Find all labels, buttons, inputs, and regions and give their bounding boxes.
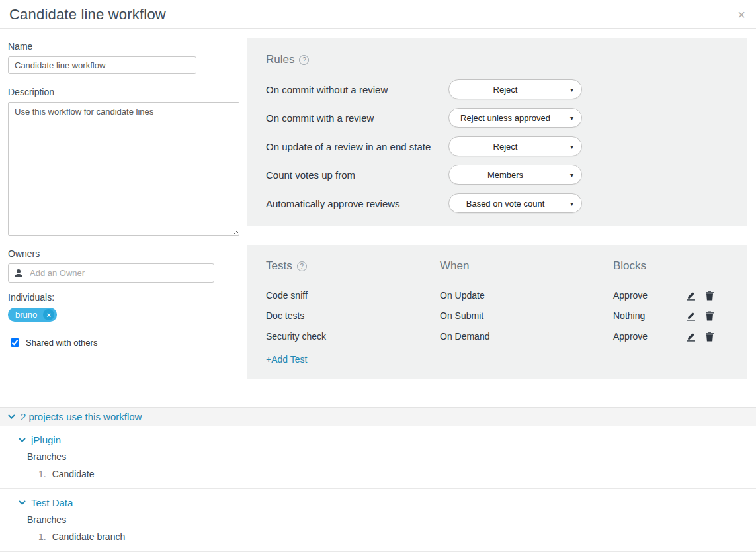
project-head[interactable]: jPlugin [19, 434, 747, 445]
remove-tag-icon[interactable]: × [43, 309, 54, 320]
table-row: Security check On Demand Approve [266, 331, 728, 342]
dropdown-value: Reject unless approved [449, 109, 562, 127]
shared-checkbox-label: Shared with others [26, 338, 97, 348]
branch-name: Candidate [52, 469, 95, 479]
close-icon[interactable]: × [737, 8, 745, 21]
projects-summary-bar[interactable]: 2 projects use this workflow [0, 407, 756, 426]
rule-label: On commit with a review [266, 113, 448, 124]
chevron-down-icon[interactable]: ▾ [562, 137, 581, 156]
chevron-down-icon [19, 500, 26, 506]
rule-dropdown-count-votes[interactable]: Members ▾ [448, 165, 582, 185]
chevron-down-icon[interactable]: ▾ [562, 194, 581, 212]
description-label: Description [8, 87, 247, 97]
owners-label: Owners [8, 248, 247, 259]
table-row: Doc tests On Submit Nothing [266, 310, 728, 321]
rule-label: On commit without a review [266, 84, 448, 95]
chevron-down-icon[interactable]: ▾ [562, 165, 581, 184]
rule-dropdown-auto-approve[interactable]: Based on vote count ▾ [448, 193, 582, 213]
test-name: Code sniff [266, 290, 440, 301]
owner-input-box [8, 263, 214, 283]
dropdown-value: Members [449, 165, 562, 184]
workflow-dialog: Candidate line workflow × Name Descripti… [0, 0, 756, 558]
delete-icon[interactable] [706, 291, 714, 301]
edit-icon[interactable] [687, 311, 696, 321]
list-item: 1.Candidate branch [38, 532, 747, 542]
help-icon[interactable]: ? [299, 55, 309, 65]
name-label: Name [8, 41, 247, 52]
dropdown-value: Based on vote count [449, 194, 562, 212]
rule-dropdown-commit-without-review[interactable]: Reject ▾ [448, 79, 582, 99]
add-owner-input[interactable] [28, 267, 208, 279]
test-blocks: Approve [613, 290, 685, 301]
main-area: Name Description Use this workflow for c… [0, 29, 756, 379]
branch-number: 1. [38, 532, 46, 542]
left-column: Name Description Use this workflow for c… [8, 37, 247, 379]
project-block-test-data: Test Data Branches 1.Candidate branch [0, 489, 756, 552]
individuals-label: Individuals: [8, 292, 247, 302]
branches-link[interactable]: Branches [27, 514, 66, 525]
owner-tag: bruno × [8, 308, 57, 322]
project-link[interactable]: jPlugin [31, 434, 61, 445]
chevron-down-icon [8, 414, 15, 420]
chevron-down-icon[interactable]: ▾ [562, 109, 581, 127]
project-link[interactable]: Test Data [31, 497, 73, 508]
name-input[interactable] [8, 56, 196, 74]
rule-row: Automatically approve reviews Based on v… [266, 193, 728, 213]
tests-panel: Tests ? When Blocks Code sniff On Update… [247, 245, 747, 379]
rule-dropdown-update-end-state[interactable]: Reject ▾ [448, 136, 582, 156]
blocks-column-header: Blocks [613, 259, 728, 273]
rule-row: On update of a review in an end state Re… [266, 136, 728, 156]
edit-icon[interactable] [687, 332, 696, 342]
list-item: 1.Candidate [38, 469, 747, 479]
shared-checkbox[interactable] [11, 338, 19, 347]
rule-label: On update of a review in an end state [266, 141, 448, 152]
dropdown-value: Reject [449, 137, 562, 156]
delete-icon[interactable] [706, 332, 714, 342]
rules-title-row: Rules ? [266, 53, 728, 66]
test-blocks: Nothing [613, 310, 685, 321]
rule-row: Count votes up from Members ▾ [266, 165, 728, 185]
edit-icon[interactable] [687, 291, 696, 301]
person-icon [14, 269, 23, 278]
test-when: On Submit [440, 310, 613, 321]
add-test-link[interactable]: +Add Test [266, 354, 307, 365]
page-title: Candidate line workflow [9, 6, 166, 23]
tests-header-row: Tests ? When Blocks [266, 259, 728, 273]
rule-dropdown-commit-with-review[interactable]: Reject unless approved ▾ [448, 108, 582, 128]
rule-row: On commit without a review Reject ▾ [266, 79, 728, 99]
table-row: Code sniff On Update Approve [266, 290, 728, 301]
projects-summary-link[interactable]: 2 projects use this workflow [21, 411, 142, 422]
tests-column-header: Tests ? [266, 259, 440, 273]
delete-icon[interactable] [706, 311, 714, 321]
chevron-down-icon[interactable]: ▾ [562, 80, 581, 99]
rule-label: Automatically approve reviews [266, 198, 448, 209]
test-blocks: Approve [613, 331, 685, 342]
shared-with-others-row: Shared with others [8, 336, 247, 349]
branches-link[interactable]: Branches [27, 451, 66, 462]
dialog-footer: Save Cancel [0, 552, 756, 558]
chevron-down-icon [19, 438, 26, 443]
owner-tag-label: bruno [15, 310, 37, 320]
branch-name: Candidate branch [52, 532, 126, 542]
rules-title: Rules [266, 53, 294, 66]
test-when: On Demand [440, 331, 613, 342]
rules-panel: Rules ? On commit without a review Rejec… [247, 38, 747, 226]
test-name: Doc tests [266, 310, 440, 321]
dropdown-value: Reject [449, 80, 562, 99]
test-name: Security check [266, 331, 440, 342]
project-block-jplugin: jPlugin Branches 1.Candidate [0, 426, 756, 489]
dialog-header: Candidate line workflow × [0, 0, 756, 29]
project-head[interactable]: Test Data [19, 497, 747, 508]
when-column-header: When [440, 259, 613, 273]
test-when: On Update [440, 290, 613, 301]
rule-row: On commit with a review Reject unless ap… [266, 108, 728, 128]
right-column: Rules ? On commit without a review Rejec… [247, 37, 747, 379]
branch-number: 1. [38, 469, 46, 479]
description-textarea[interactable]: Use this workflow for candidate lines [8, 102, 239, 236]
rule-label: Count votes up from [266, 169, 448, 181]
help-icon[interactable]: ? [297, 261, 307, 271]
